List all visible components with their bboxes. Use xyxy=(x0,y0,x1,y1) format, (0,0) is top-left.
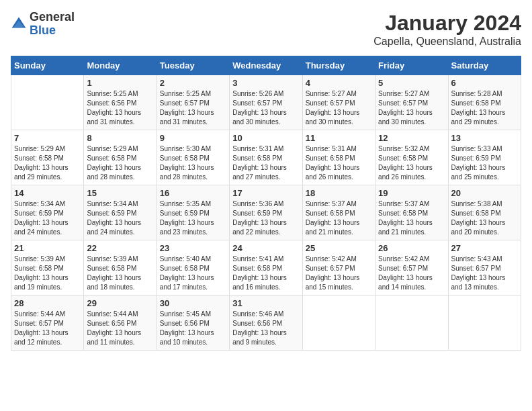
weekday-header-friday: Friday xyxy=(375,56,448,75)
day-info: Sunrise: 5:39 AM Sunset: 6:58 PM Dayligh… xyxy=(14,255,81,292)
day-number: 9 xyxy=(160,133,226,143)
week-row-2: 7Sunrise: 5:29 AM Sunset: 6:58 PM Daylig… xyxy=(11,130,521,185)
weekday-header-saturday: Saturday xyxy=(448,56,521,75)
calendar-cell: 11Sunrise: 5:31 AM Sunset: 6:58 PM Dayli… xyxy=(302,130,375,185)
day-number: 28 xyxy=(14,298,81,308)
day-info: Sunrise: 5:29 AM Sunset: 6:58 PM Dayligh… xyxy=(14,144,81,182)
day-info: Sunrise: 5:35 AM Sunset: 6:59 PM Dayligh… xyxy=(160,199,226,237)
day-number: 29 xyxy=(87,298,153,308)
weekday-header-row: SundayMondayTuesdayWednesdayThursdayFrid… xyxy=(11,56,521,75)
day-number: 14 xyxy=(14,188,81,198)
day-number: 25 xyxy=(306,243,372,253)
day-number: 21 xyxy=(14,243,81,253)
calendar-cell: 19Sunrise: 5:37 AM Sunset: 6:58 PM Dayli… xyxy=(375,185,448,240)
calendar-cell: 13Sunrise: 5:33 AM Sunset: 6:59 PM Dayli… xyxy=(448,130,521,185)
day-number: 17 xyxy=(232,188,299,198)
logo-blue: Blue xyxy=(30,24,56,37)
day-number: 30 xyxy=(160,298,226,308)
day-number: 13 xyxy=(451,133,518,143)
month-year: January 2024 xyxy=(373,11,521,36)
calendar-table: SundayMondayTuesdayWednesdayThursdayFrid… xyxy=(11,56,521,351)
calendar-cell: 9Sunrise: 5:30 AM Sunset: 6:58 PM Daylig… xyxy=(157,130,229,185)
weekday-header-sunday: Sunday xyxy=(11,56,84,75)
day-number: 5 xyxy=(378,78,445,88)
day-info: Sunrise: 5:37 AM Sunset: 6:58 PM Dayligh… xyxy=(378,199,445,237)
day-info: Sunrise: 5:33 AM Sunset: 6:59 PM Dayligh… xyxy=(451,144,518,182)
logo-general: General xyxy=(30,10,75,24)
calendar-cell: 29Sunrise: 5:44 AM Sunset: 6:56 PM Dayli… xyxy=(84,295,157,351)
day-number: 4 xyxy=(306,78,372,88)
calendar-cell: 23Sunrise: 5:40 AM Sunset: 6:58 PM Dayli… xyxy=(157,240,229,295)
day-info: Sunrise: 5:39 AM Sunset: 6:58 PM Dayligh… xyxy=(87,255,153,292)
day-number: 16 xyxy=(160,188,226,198)
day-info: Sunrise: 5:34 AM Sunset: 6:59 PM Dayligh… xyxy=(14,199,81,237)
day-info: Sunrise: 5:26 AM Sunset: 6:57 PM Dayligh… xyxy=(232,89,299,127)
calendar-cell: 30Sunrise: 5:45 AM Sunset: 6:56 PM Dayli… xyxy=(157,295,229,351)
calendar-cell: 2Sunrise: 5:25 AM Sunset: 6:57 PM Daylig… xyxy=(157,75,229,130)
weekday-header-wednesday: Wednesday xyxy=(230,56,302,75)
day-info: Sunrise: 5:44 AM Sunset: 6:56 PM Dayligh… xyxy=(87,310,153,347)
day-number: 11 xyxy=(306,133,372,143)
day-number: 26 xyxy=(378,243,445,253)
day-info: Sunrise: 5:25 AM Sunset: 6:57 PM Dayligh… xyxy=(160,89,226,127)
day-info: Sunrise: 5:36 AM Sunset: 6:59 PM Dayligh… xyxy=(232,199,299,237)
day-number: 10 xyxy=(232,133,299,143)
calendar-cell: 25Sunrise: 5:42 AM Sunset: 6:57 PM Dayli… xyxy=(302,240,375,295)
calendar-cell: 1Sunrise: 5:25 AM Sunset: 6:56 PM Daylig… xyxy=(84,75,157,130)
title-section: January 2024 Capella, Queensland, Austra… xyxy=(373,11,521,48)
calendar-cell: 28Sunrise: 5:44 AM Sunset: 6:57 PM Dayli… xyxy=(11,295,84,351)
calendar-cell: 18Sunrise: 5:37 AM Sunset: 6:58 PM Dayli… xyxy=(302,185,375,240)
day-info: Sunrise: 5:34 AM Sunset: 6:59 PM Dayligh… xyxy=(87,199,153,237)
calendar-cell: 17Sunrise: 5:36 AM Sunset: 6:59 PM Dayli… xyxy=(230,185,302,240)
day-number: 8 xyxy=(87,133,153,143)
calendar-cell: 12Sunrise: 5:32 AM Sunset: 6:58 PM Dayli… xyxy=(375,130,448,185)
day-number: 20 xyxy=(451,188,518,198)
day-info: Sunrise: 5:27 AM Sunset: 6:57 PM Dayligh… xyxy=(306,89,372,127)
day-number: 27 xyxy=(451,243,518,253)
calendar-cell: 24Sunrise: 5:41 AM Sunset: 6:58 PM Dayli… xyxy=(230,240,302,295)
day-info: Sunrise: 5:27 AM Sunset: 6:57 PM Dayligh… xyxy=(378,89,445,127)
calendar-cell: 20Sunrise: 5:38 AM Sunset: 6:58 PM Dayli… xyxy=(448,185,521,240)
calendar-cell xyxy=(448,295,521,351)
weekday-header-thursday: Thursday xyxy=(302,56,375,75)
day-info: Sunrise: 5:41 AM Sunset: 6:58 PM Dayligh… xyxy=(232,255,299,292)
day-info: Sunrise: 5:30 AM Sunset: 6:58 PM Dayligh… xyxy=(160,144,226,182)
day-info: Sunrise: 5:43 AM Sunset: 6:57 PM Dayligh… xyxy=(451,255,518,292)
calendar-cell xyxy=(375,295,448,351)
calendar-cell: 4Sunrise: 5:27 AM Sunset: 6:57 PM Daylig… xyxy=(302,75,375,130)
calendar-cell: 10Sunrise: 5:31 AM Sunset: 6:58 PM Dayli… xyxy=(230,130,302,185)
weekday-header-tuesday: Tuesday xyxy=(157,56,229,75)
day-info: Sunrise: 5:42 AM Sunset: 6:57 PM Dayligh… xyxy=(378,255,445,292)
day-number: 1 xyxy=(87,78,153,88)
calendar-cell: 27Sunrise: 5:43 AM Sunset: 6:57 PM Dayli… xyxy=(448,240,521,295)
location: Capella, Queensland, Australia xyxy=(373,36,521,48)
day-info: Sunrise: 5:45 AM Sunset: 6:56 PM Dayligh… xyxy=(160,310,226,347)
calendar-cell xyxy=(11,75,84,130)
day-info: Sunrise: 5:40 AM Sunset: 6:58 PM Dayligh… xyxy=(160,255,226,292)
day-info: Sunrise: 5:32 AM Sunset: 6:58 PM Dayligh… xyxy=(378,144,445,182)
day-number: 6 xyxy=(451,78,518,88)
calendar-cell: 6Sunrise: 5:28 AM Sunset: 6:58 PM Daylig… xyxy=(448,75,521,130)
day-number: 22 xyxy=(87,243,153,253)
day-number: 7 xyxy=(14,133,81,143)
logo: General Blue xyxy=(11,11,75,38)
day-info: Sunrise: 5:31 AM Sunset: 6:58 PM Dayligh… xyxy=(232,144,299,182)
week-row-5: 28Sunrise: 5:44 AM Sunset: 6:57 PM Dayli… xyxy=(11,295,521,351)
logo-text: General Blue xyxy=(30,11,75,38)
day-info: Sunrise: 5:38 AM Sunset: 6:58 PM Dayligh… xyxy=(451,199,518,237)
day-info: Sunrise: 5:37 AM Sunset: 6:58 PM Dayligh… xyxy=(306,199,372,237)
calendar-cell: 8Sunrise: 5:29 AM Sunset: 6:58 PM Daylig… xyxy=(84,130,157,185)
day-number: 12 xyxy=(378,133,445,143)
week-row-1: 1Sunrise: 5:25 AM Sunset: 6:56 PM Daylig… xyxy=(11,75,521,130)
page-header: General Blue January 2024 Capella, Queen… xyxy=(11,11,521,48)
day-number: 24 xyxy=(232,243,299,253)
calendar-cell: 15Sunrise: 5:34 AM Sunset: 6:59 PM Dayli… xyxy=(84,185,157,240)
day-info: Sunrise: 5:46 AM Sunset: 6:56 PM Dayligh… xyxy=(232,310,299,347)
weekday-header-monday: Monday xyxy=(84,56,157,75)
calendar-cell: 5Sunrise: 5:27 AM Sunset: 6:57 PM Daylig… xyxy=(375,75,448,130)
day-number: 31 xyxy=(232,298,299,308)
day-info: Sunrise: 5:28 AM Sunset: 6:58 PM Dayligh… xyxy=(451,89,518,127)
calendar-cell xyxy=(302,295,375,351)
calendar-cell: 31Sunrise: 5:46 AM Sunset: 6:56 PM Dayli… xyxy=(230,295,302,351)
day-info: Sunrise: 5:29 AM Sunset: 6:58 PM Dayligh… xyxy=(87,144,153,182)
